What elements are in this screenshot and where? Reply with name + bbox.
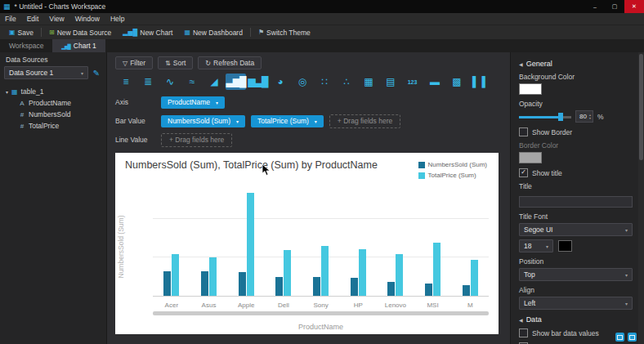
- bar[interactable]: [351, 278, 358, 296]
- font-size-select[interactable]: 18 ▾: [519, 239, 553, 252]
- edit-data-source-button[interactable]: ✎: [91, 69, 102, 78]
- stacked-column-icon[interactable]: ▩: [446, 74, 467, 90]
- filter-button[interactable]: ▽ Filter: [115, 56, 153, 69]
- field-chip[interactable]: NumbersSold (Sum)▾: [161, 115, 245, 127]
- font-color-swatch[interactable]: [558, 240, 572, 252]
- chip-label: NumbersSold (Sum): [168, 117, 230, 125]
- chart-canvas[interactable]: NumbersSold (Sum), TotalPrice (Sum) by P…: [115, 153, 499, 334]
- bar[interactable]: [172, 254, 179, 296]
- expander-icon[interactable]: ▾: [6, 89, 8, 95]
- bubble-chart-icon[interactable]: ∴: [336, 74, 356, 90]
- show-border-checkbox[interactable]: Show Border: [519, 127, 633, 136]
- new-dashboard-button[interactable]: ▦New Dashboard: [178, 26, 248, 38]
- sidebar-title: Data Sources: [0, 52, 106, 66]
- background-color-swatch[interactable]: [519, 83, 542, 95]
- menu-item-help[interactable]: Help: [110, 15, 124, 23]
- bar-horizontal-stacked-icon[interactable]: ≣: [137, 74, 158, 90]
- bar[interactable]: [359, 249, 366, 296]
- chevron-down-icon: ▾: [315, 118, 317, 124]
- tree-field-totalprice[interactable]: #TotalPrice: [6, 120, 106, 132]
- opacity-slider[interactable]: [519, 113, 571, 121]
- bar[interactable]: [387, 282, 395, 296]
- position-select[interactable]: Top ▾: [519, 268, 633, 281]
- save-button[interactable]: ▣Save: [3, 26, 39, 38]
- field-chip[interactable]: TotalPrice (Sum)▾: [251, 115, 324, 127]
- general-section-header[interactable]: ◀ General: [519, 60, 633, 68]
- bar[interactable]: [284, 250, 291, 296]
- bar[interactable]: [247, 193, 254, 296]
- bar[interactable]: [463, 285, 470, 296]
- line-markers-icon[interactable]: ≈: [181, 74, 202, 90]
- bar[interactable]: [321, 246, 329, 296]
- drop-zone[interactable]: + Drag fields here: [161, 133, 232, 147]
- menu-item-file[interactable]: File: [5, 15, 16, 23]
- bar-thick-icon[interactable]: ▬: [424, 74, 445, 90]
- opacity-spinbox[interactable]: 80 ▴▾: [575, 110, 593, 123]
- field-chip[interactable]: ProductName▾: [161, 96, 225, 109]
- tree-node-table[interactable]: ▾ ▦ table_1: [6, 86, 106, 97]
- bar-horizontal-icon[interactable]: ≡: [115, 74, 136, 90]
- bar[interactable]: [313, 277, 320, 296]
- sort-button[interactable]: ⇅ Sort: [158, 56, 193, 69]
- data-section-header[interactable]: ◀ Data: [519, 315, 633, 324]
- new-chart-button[interactable]: ▂▅█New Chart: [117, 26, 178, 38]
- bar[interactable]: [209, 257, 217, 296]
- refresh-data-button[interactable]: ↻ Refresh Data: [198, 56, 262, 69]
- x-tick-label: Sony: [302, 302, 340, 309]
- pie-chart-icon[interactable]: ◕: [270, 74, 290, 90]
- clustered-column-icon[interactable]: ▆▃█: [248, 74, 268, 90]
- area-chart-icon[interactable]: ◢: [203, 74, 224, 90]
- bar[interactable]: [201, 271, 208, 296]
- numbers-icon[interactable]: 123: [402, 74, 423, 90]
- switch-theme-button[interactable]: ⚑Switch Theme: [253, 26, 316, 38]
- new-data-source-button[interactable]: ⊞New Data Source: [43, 26, 117, 38]
- tab-workspace[interactable]: Workspace: [0, 39, 52, 52]
- fields-tree: ▾ ▦ table_1 AProductName#NumbersSold#Tot…: [0, 86, 106, 132]
- x-tick-label: HP: [339, 302, 377, 309]
- menu-item-window[interactable]: Window: [75, 15, 100, 23]
- line-chart-icon[interactable]: ∿: [159, 74, 180, 90]
- checkbox-icon[interactable]: [519, 127, 528, 136]
- checkbox-icon[interactable]: [519, 328, 528, 337]
- checkbox-icon[interactable]: ✓: [519, 168, 528, 177]
- close-button[interactable]: ✕: [624, 0, 644, 13]
- donut-chart-icon[interactable]: ◎: [292, 74, 312, 90]
- dock-panel-icon[interactable]: [628, 333, 637, 342]
- panel-scrollbar[interactable]: [638, 52, 644, 344]
- heatmap-icon[interactable]: ▦: [358, 74, 378, 90]
- bar[interactable]: [163, 271, 171, 296]
- float-panel-icon[interactable]: [615, 333, 624, 342]
- menu-item-edit[interactable]: Edit: [27, 15, 39, 23]
- title-font-select[interactable]: Segoe UI ▾: [519, 223, 633, 236]
- x-axis-scrollbar[interactable]: [153, 311, 489, 315]
- bar[interactable]: [471, 260, 478, 296]
- bar[interactable]: [396, 254, 403, 296]
- combo-chart-icon[interactable]: ▌▐: [468, 74, 489, 90]
- bar[interactable]: [425, 284, 432, 296]
- tool-label: Save: [18, 29, 34, 37]
- refresh-icon: ↻: [205, 60, 211, 67]
- scatter-chart-icon[interactable]: ∷: [314, 74, 334, 90]
- slider-thumb[interactable]: [558, 113, 563, 121]
- column-chart-icon[interactable]: ▃▆█: [226, 74, 246, 90]
- title-input[interactable]: [519, 196, 633, 208]
- align-select[interactable]: Left ▾: [519, 297, 633, 310]
- tool-label: Switch Theme: [266, 29, 311, 37]
- bar[interactable]: [433, 243, 441, 297]
- show-title-checkbox[interactable]: ✓ Show title: [519, 168, 633, 177]
- maximize-button[interactable]: ▢: [605, 0, 624, 13]
- tool-label: New Chart: [140, 29, 172, 37]
- tree-field-numberssold[interactable]: #NumbersSold: [6, 109, 106, 120]
- minimize-button[interactable]: –: [585, 0, 605, 13]
- spinner-arrows-icon[interactable]: ▴▾: [589, 114, 591, 120]
- scrollbar-thumb[interactable]: [639, 54, 643, 160]
- bar[interactable]: [275, 277, 283, 296]
- tree-field-productname[interactable]: AProductName: [6, 97, 106, 109]
- data-source-select[interactable]: Data Source 1 ▾: [4, 66, 88, 79]
- pivot-table-icon[interactable]: ▤: [380, 74, 400, 90]
- drop-zone[interactable]: + Drag fields here: [329, 114, 400, 128]
- menu-item-view[interactable]: View: [49, 15, 64, 23]
- tab-chart-1[interactable]: ▂▅█Chart 1: [52, 39, 105, 52]
- field-type-icon: #: [19, 123, 25, 130]
- bar[interactable]: [239, 272, 246, 296]
